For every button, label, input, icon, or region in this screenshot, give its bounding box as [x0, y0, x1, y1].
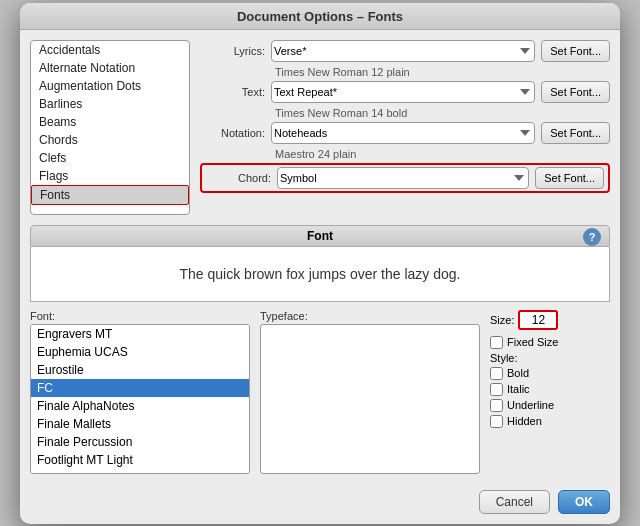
dialog-body: AccidentalsAlternate NotationAugmentatio… — [20, 30, 620, 225]
help-button[interactable]: ? — [583, 228, 601, 246]
chord-set-font-button[interactable]: Set Font... — [535, 167, 604, 189]
font-section: Font ? The quick brown fox jumps over th… — [20, 225, 620, 484]
chord-row: Chord: Symbol Set Font... — [200, 163, 610, 193]
size-input[interactable] — [518, 310, 558, 330]
italic-label: Italic — [507, 383, 530, 395]
lyrics-label: Lyrics: — [200, 45, 265, 57]
text-set-font-button[interactable]: Set Font... — [541, 81, 610, 103]
bold-label: Bold — [507, 367, 529, 379]
text-sub: Times New Roman 14 bold — [275, 107, 610, 119]
chord-select[interactable]: Symbol — [277, 167, 529, 189]
font-list-item[interactable]: Finale AlphaNotes — [31, 397, 249, 415]
dialog-titlebar: Document Options – Fonts — [20, 3, 620, 30]
underline-checkbox[interactable] — [490, 399, 503, 412]
category-item[interactable]: Clefs — [31, 149, 189, 167]
document-options-dialog: Document Options – Fonts AccidentalsAlte… — [20, 3, 620, 524]
dialog-title: Document Options – Fonts — [237, 9, 403, 24]
text-label: Text: — [200, 86, 265, 98]
font-list-item[interactable]: Finale Mallets — [31, 415, 249, 433]
font-list-container: Font: Engravers MTEuphemia UCASEurostile… — [30, 310, 250, 474]
font-section-title: Font — [307, 229, 333, 243]
cancel-button[interactable]: Cancel — [479, 490, 550, 514]
font-settings-panel: Lyrics: Verse* Set Font... Times New Rom… — [200, 40, 610, 215]
category-item[interactable]: Chords — [31, 131, 189, 149]
underline-label: Underline — [507, 399, 554, 411]
text-row: Text: Text Repeat* Set Font... — [200, 81, 610, 103]
preview-text: The quick brown fox jumps over the lazy … — [180, 266, 461, 282]
font-list-item[interactable]: Engravers MT — [31, 325, 249, 343]
lyrics-select[interactable]: Verse* — [271, 40, 535, 62]
category-item[interactable]: Accidentals — [31, 41, 189, 59]
category-item[interactable]: Barlines — [31, 95, 189, 113]
bold-checkbox[interactable] — [490, 367, 503, 380]
bold-row: Bold — [490, 367, 610, 380]
fixed-size-label: Fixed Size — [507, 336, 558, 348]
underline-row: Underline — [490, 399, 610, 412]
font-list-item[interactable]: FreeMono — [31, 469, 249, 474]
typeface-list[interactable] — [260, 324, 480, 474]
category-item[interactable]: Alternate Notation — [31, 59, 189, 77]
font-list-item[interactable]: Footlight MT Light — [31, 451, 249, 469]
font-list-label: Font: — [30, 310, 250, 322]
notation-row: Notation: Noteheads Set Font... — [200, 122, 610, 144]
font-list-item[interactable]: Finale Percussion — [31, 433, 249, 451]
font-preview: The quick brown fox jumps over the lazy … — [30, 247, 610, 302]
notation-select[interactable]: Noteheads — [271, 122, 535, 144]
lyrics-set-font-button[interactable]: Set Font... — [541, 40, 610, 62]
category-item[interactable]: Fonts — [31, 185, 189, 205]
category-item[interactable]: Beams — [31, 113, 189, 131]
fixed-size-checkbox[interactable] — [490, 336, 503, 349]
size-row: Size: — [490, 310, 610, 330]
italic-checkbox[interactable] — [490, 383, 503, 396]
font-list-item[interactable]: Eurostile — [31, 361, 249, 379]
notation-sub: Maestro 24 plain — [275, 148, 610, 160]
hidden-row: Hidden — [490, 415, 610, 428]
lyrics-row: Lyrics: Verse* Set Font... — [200, 40, 610, 62]
ok-button[interactable]: OK — [558, 490, 610, 514]
style-label: Style: — [490, 352, 610, 364]
font-list-item[interactable]: Euphemia UCAS — [31, 343, 249, 361]
notation-set-font-button[interactable]: Set Font... — [541, 122, 610, 144]
notation-label: Notation: — [200, 127, 265, 139]
typeface-label: Typeface: — [260, 310, 480, 322]
font-section-header: Font ? — [30, 225, 610, 247]
chord-label: Chord: — [206, 172, 271, 184]
category-item[interactable]: Augmentation Dots — [31, 77, 189, 95]
italic-row: Italic — [490, 383, 610, 396]
size-label: Size: — [490, 314, 514, 326]
typeface-container: Typeface: — [260, 310, 480, 474]
dialog-footer: Cancel OK — [20, 484, 620, 524]
right-options: Size: Fixed Size Style: Bold Italic — [490, 310, 610, 474]
hidden-checkbox[interactable] — [490, 415, 503, 428]
hidden-label: Hidden — [507, 415, 542, 427]
category-item[interactable]: Flags — [31, 167, 189, 185]
fixed-size-row: Fixed Size — [490, 336, 610, 349]
text-select[interactable]: Text Repeat* — [271, 81, 535, 103]
lyrics-sub: Times New Roman 12 plain — [275, 66, 610, 78]
font-list[interactable]: Engravers MTEuphemia UCASEurostileFCFina… — [30, 324, 250, 474]
category-list[interactable]: AccidentalsAlternate NotationAugmentatio… — [30, 40, 190, 215]
font-controls: Font: Engravers MTEuphemia UCASEurostile… — [30, 302, 610, 474]
font-list-item[interactable]: FC — [31, 379, 249, 397]
